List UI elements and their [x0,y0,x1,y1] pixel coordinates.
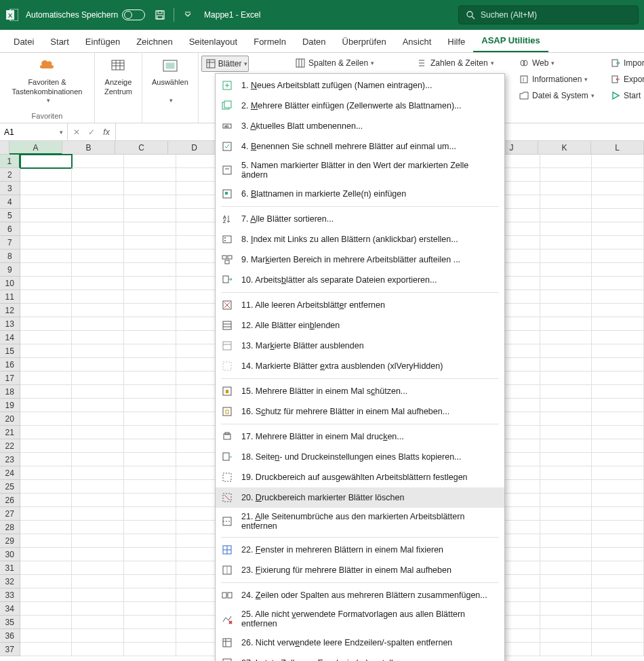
row-header[interactable]: 32 [0,575,20,588]
datei-system-dropdown[interactable]: Datei & System▾ [515,88,599,103]
cell[interactable] [20,643,73,656]
cell[interactable] [540,182,592,195]
cell[interactable] [592,494,644,507]
menu-item-24[interactable]: 24. Zeilen oder Spalten aus mehreren Blä… [216,585,504,605]
cell[interactable] [72,616,124,629]
cell[interactable] [72,412,124,426]
cell[interactable] [20,249,73,263]
cell[interactable] [592,466,644,480]
cell[interactable] [540,548,592,561]
cell[interactable] [20,412,73,426]
cell[interactable] [124,466,176,480]
search-box[interactable]: Suchen (Alt+M) [458,5,639,24]
cell[interactable] [20,222,73,236]
row-header[interactable]: 22 [0,439,20,453]
row-header[interactable]: 36 [0,629,20,643]
cell[interactable] [540,439,592,453]
cell[interactable] [592,548,644,561]
cell[interactable] [592,412,644,426]
row-header[interactable]: 25 [0,480,20,494]
cell[interactable] [124,263,176,277]
tab-start[interactable]: Start [42,31,77,52]
cell[interactable] [540,534,592,548]
cell[interactable] [72,426,124,439]
row-header[interactable]: 31 [0,561,20,575]
row-header[interactable]: 28 [0,521,20,534]
cell[interactable] [72,331,124,344]
cell[interactable] [20,168,73,182]
cell[interactable] [72,277,124,290]
cell[interactable] [592,317,644,331]
menu-item-22[interactable]: 22. Fenster in mehreren Blättern in eine… [216,540,504,560]
cell[interactable] [72,629,124,643]
cell[interactable] [124,277,176,290]
cell[interactable] [124,575,176,588]
row-header[interactable]: 6 [0,222,20,236]
cell[interactable] [20,331,73,344]
cell[interactable] [124,385,176,399]
row-header[interactable]: 15 [0,344,20,358]
cell[interactable] [540,168,592,182]
cell[interactable] [592,507,644,521]
cell[interactable] [592,182,644,195]
menu-item-17[interactable]: 17. Mehrere Blätter in einem Mal drucken… [216,426,504,447]
cell[interactable] [124,209,176,222]
row-header[interactable]: 18 [0,385,20,399]
row-header[interactable]: 1 [0,155,20,168]
menu-item-4[interactable]: 4. Benennen Sie schnell mehrere Blätter … [216,136,504,157]
row-header[interactable]: 8 [0,249,20,263]
import-dropdown[interactable]: Import [606,56,644,71]
cell[interactable] [592,588,644,602]
row-header[interactable]: 23 [0,453,20,466]
tab-überprüfen[interactable]: Überprüfen [334,31,395,52]
cell[interactable] [540,426,592,439]
cell[interactable] [592,344,644,358]
cell[interactable] [72,263,124,277]
cell[interactable] [72,602,124,616]
cell[interactable] [592,304,644,317]
cell[interactable] [540,480,592,494]
cell[interactable] [20,236,73,249]
cell[interactable] [72,304,124,317]
cell[interactable] [540,602,592,616]
cell[interactable] [20,480,73,494]
cell[interactable] [20,209,73,222]
row-header[interactable]: 20 [0,412,20,426]
favorites-button[interactable]: Favoriten & Tastenkombinationen▾ [8,56,87,106]
row-header[interactable]: 19 [0,399,20,412]
row-header[interactable]: 24 [0,466,20,480]
cell[interactable] [540,629,592,643]
cell[interactable] [72,290,124,304]
cell[interactable] [540,155,592,168]
qat-customize-button[interactable] [180,7,196,23]
cell[interactable] [540,344,592,358]
cell[interactable] [540,236,592,249]
cell[interactable] [72,494,124,507]
cell[interactable] [540,304,592,317]
menu-item-18[interactable]: 18. Seiten- und Druckeinstellungen eines… [216,447,504,467]
cell[interactable] [72,249,124,263]
row-header[interactable]: 33 [0,588,20,602]
cell[interactable] [72,222,124,236]
cell[interactable] [72,575,124,588]
cell[interactable] [540,575,592,588]
row-header[interactable]: 9 [0,263,20,277]
cell[interactable] [540,317,592,331]
cell[interactable] [124,616,176,629]
cell[interactable] [540,521,592,534]
tab-daten[interactable]: Daten [294,31,334,52]
column-header[interactable]: K [538,141,591,155]
cell[interactable] [20,575,73,588]
cell[interactable] [540,249,592,263]
cell[interactable] [124,168,176,182]
cell[interactable] [72,168,124,182]
cell[interactable] [540,195,592,209]
menu-item-11[interactable]: 11. Alle leeren Arbeitsblätter entfernen [216,295,504,315]
cell[interactable] [72,453,124,466]
web-dropdown[interactable]: Web▾ [515,56,599,71]
informationen-dropdown[interactable]: i Informationen▾ [515,72,599,87]
zahlen-zeiten-dropdown[interactable]: Zahlen & Zeiten▾ [413,56,498,71]
row-header[interactable]: 16 [0,358,20,372]
menu-item-9[interactable]: 9. Markierten Bereich in mehrere Arbeits… [216,249,504,270]
cell[interactable] [592,602,644,616]
